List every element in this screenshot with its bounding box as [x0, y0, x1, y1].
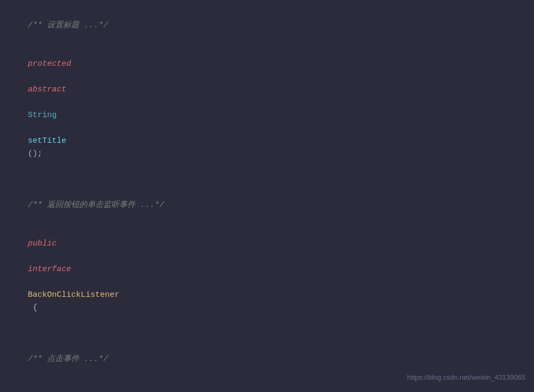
keyword-interface: interface: [28, 265, 71, 274]
comment-text-2: /** 返回按钮的单击监听事件 ...*/: [28, 201, 164, 210]
comment-text-1: /** 设置标题 ...*/: [28, 21, 108, 30]
code-editor: /** 设置标题 ...*/ protected abstract String…: [0, 0, 534, 392]
watermark: https://blog.csdn.net/weixin_43139065: [407, 372, 525, 383]
line-comment-2: /** 返回按钮的单击监听事件 ...*/: [9, 186, 525, 225]
keyword-abstract-1: abstract: [28, 85, 66, 94]
comment-text-3: /** 点击事件 ...*/: [28, 355, 108, 364]
classname-backOnClick: BackOnClickListener: [28, 290, 119, 299]
type-string: String: [28, 111, 57, 120]
method-setTitle: setTitle: [28, 136, 66, 145]
keyword-public-1: public: [28, 239, 57, 248]
line-5: public interface BackOnClickListener {: [9, 225, 525, 327]
line-2: protected abstract String setTitle ();: [9, 45, 525, 173]
keyword-protected: protected: [28, 59, 71, 68]
line-comment-3: /** 点击事件 ...*/: [9, 327, 525, 379]
line-empty-1: [9, 173, 525, 186]
line-comment-1: /** 设置标题 ...*/: [9, 6, 525, 45]
